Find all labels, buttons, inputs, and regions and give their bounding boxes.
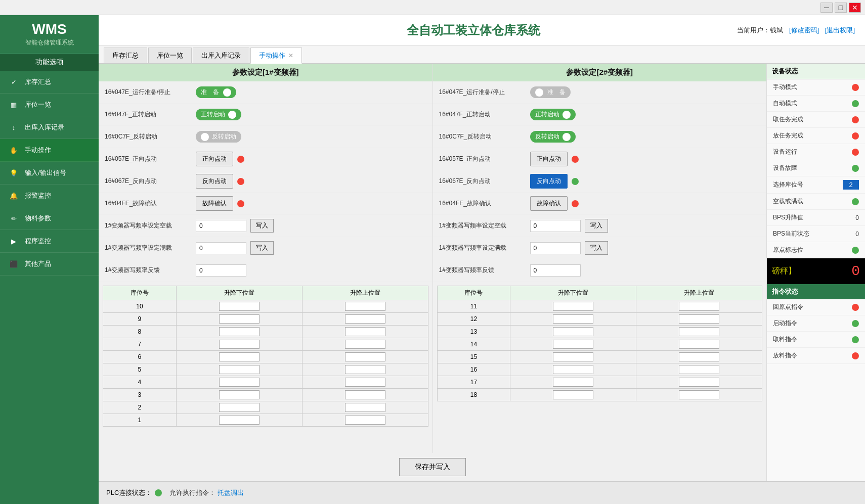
table-row: 18 xyxy=(437,389,762,401)
input-down[interactable] xyxy=(219,352,260,361)
btn-forward-jog-1[interactable]: 正向点动 xyxy=(196,152,233,166)
input-down[interactable] xyxy=(553,302,593,311)
sidebar-item-warehouse-view[interactable]: ▦ 库位一览 xyxy=(0,94,99,116)
tab-warehouse-view[interactable]: 库位一览 xyxy=(148,48,192,63)
input-up[interactable] xyxy=(345,416,385,425)
input-freq-empty-1[interactable] xyxy=(196,220,246,232)
input-up[interactable] xyxy=(679,340,719,349)
sidebar-item-inout-record[interactable]: ↕ 出库入库记录 xyxy=(0,116,99,139)
position-table-2: 库位号 升降下位置 升降上位置 11 12 xyxy=(437,286,763,401)
toggle-reverse-start-1[interactable]: 反转启动 xyxy=(196,131,241,143)
table-row: 11 xyxy=(437,300,762,313)
tab-inventory-summary[interactable]: 库存汇总 xyxy=(104,48,147,63)
input-freq-full-1[interactable] xyxy=(196,242,246,254)
input-up[interactable] xyxy=(345,352,385,361)
dot-auto-mode xyxy=(852,100,859,107)
input-down[interactable] xyxy=(219,365,260,374)
input-down[interactable] xyxy=(219,416,260,425)
input-down[interactable] xyxy=(219,314,260,324)
input-up[interactable] xyxy=(679,352,719,361)
input-down[interactable] xyxy=(219,403,260,412)
sidebar-item-manual-op[interactable]: ✋ 手动操作 xyxy=(0,139,99,162)
input-freq-feedback-2 xyxy=(530,264,581,277)
input-up[interactable] xyxy=(345,314,385,324)
sidebar-item-material-param[interactable]: ✏ 物料参数 xyxy=(0,207,99,230)
dot-task-take xyxy=(852,116,859,123)
param-control-forward-start-2: 正转启动 xyxy=(530,109,761,120)
input-down[interactable] xyxy=(553,340,593,349)
input-up[interactable] xyxy=(679,314,719,324)
input-up[interactable] xyxy=(345,302,385,311)
cmd-value-link[interactable]: 托盘调出 xyxy=(218,489,244,496)
minimize-button[interactable]: ─ xyxy=(820,3,833,13)
btn-write-freq-full-2[interactable]: 写入 xyxy=(585,241,608,255)
toggle-reverse-start-2[interactable]: 反转启动 xyxy=(530,131,576,143)
input-up[interactable] xyxy=(345,365,385,374)
btn-write-freq-full-1[interactable]: 写入 xyxy=(250,241,274,255)
input-down[interactable] xyxy=(553,390,593,399)
toggle-run-stop-2[interactable]: 准 备 xyxy=(530,86,571,98)
input-freq-empty-2[interactable] xyxy=(530,220,581,232)
toggle-run-stop-1[interactable]: 准 备 xyxy=(196,86,236,98)
status-row-manual-mode: 手动模式 xyxy=(767,79,865,96)
main-layout: WMS 智能仓储管理系统 功能选项 ✓ 库存汇总 ▦ 库位一览 ↕ 出库入库记录… xyxy=(0,15,865,504)
input-down[interactable] xyxy=(553,352,593,361)
btn-reverse-jog-2[interactable]: 反向点动 xyxy=(530,174,568,189)
input-up[interactable] xyxy=(345,403,385,412)
tab-close-icon[interactable]: ✕ xyxy=(288,52,293,59)
btn-forward-jog-2[interactable]: 正向点动 xyxy=(530,152,568,166)
param-control-run-stop-2: 准 备 xyxy=(530,86,761,98)
input-down[interactable] xyxy=(553,378,593,387)
input-down[interactable] xyxy=(553,314,593,324)
input-down[interactable] xyxy=(219,378,260,387)
status-row-bps-state: BPS当前状态 0 xyxy=(767,226,865,242)
input-down[interactable] xyxy=(219,327,260,336)
btn-fault-confirm-2[interactable]: 故障确认 xyxy=(530,196,568,211)
toggle-forward-start-1[interactable]: 正转启动 xyxy=(196,109,241,120)
input-up[interactable] xyxy=(679,327,719,336)
btn-write-freq-empty-2[interactable]: 写入 xyxy=(585,219,608,233)
input-down[interactable] xyxy=(553,365,593,374)
table-row: 3 xyxy=(103,389,428,401)
btn-write-freq-empty-1[interactable]: 写入 xyxy=(250,219,274,233)
table-row: 10 xyxy=(103,300,428,313)
maximize-button[interactable]: □ xyxy=(835,3,847,13)
input-down[interactable] xyxy=(219,302,260,311)
tab-inout-record[interactable]: 出库入库记录 xyxy=(193,48,249,63)
change-password-link[interactable]: [修改密码] xyxy=(789,26,819,34)
sidebar-item-alarm-monitor[interactable]: 🔔 报警监控 xyxy=(0,185,99,207)
params-area: 参数设定[1#变频器] 16#047E_运行准备/停止 准 备 xyxy=(99,64,766,481)
input-up[interactable] xyxy=(345,378,385,387)
toggle-forward-start-2[interactable]: 正转启动 xyxy=(530,109,576,120)
param-control-forward-start-1: 正转启动 xyxy=(196,109,426,120)
input-down[interactable] xyxy=(219,340,260,349)
close-button[interactable]: ✕ xyxy=(849,3,861,13)
input-down[interactable] xyxy=(553,327,593,336)
btn-fault-confirm-1[interactable]: 故障确认 xyxy=(196,196,233,211)
param-control-run-stop-1: 准 备 xyxy=(196,86,426,98)
position-table-2-container: 库位号 升降下位置 升降上位置 11 12 xyxy=(433,282,767,405)
label-device-fault: 设备故障 xyxy=(773,164,797,172)
input-up[interactable] xyxy=(345,327,385,336)
input-up[interactable] xyxy=(679,302,719,311)
sidebar-item-program-monitor[interactable]: ▶ 程序监控 xyxy=(0,230,99,253)
btn-reverse-jog-1[interactable]: 反向点动 xyxy=(196,174,233,189)
input-up[interactable] xyxy=(345,340,385,349)
save-button[interactable]: 保存并写入 xyxy=(399,458,466,476)
label-put-cmd: 放料指令 xyxy=(773,351,797,360)
input-freq-full-2[interactable] xyxy=(530,242,581,254)
input-down[interactable] xyxy=(219,390,260,399)
table-row: 14 xyxy=(437,338,762,351)
input-up[interactable] xyxy=(679,390,719,399)
inverter2-col: 参数设定[2#变频器] 16#047E_运行准备/停止 准 备 xyxy=(433,64,767,453)
input-up[interactable] xyxy=(679,365,719,374)
input-up[interactable] xyxy=(345,390,385,399)
logout-link[interactable]: [退出权限] xyxy=(825,26,855,34)
cell-up xyxy=(636,338,762,351)
tab-manual-op[interactable]: 手动操作 ✕ xyxy=(250,48,302,64)
sidebar-item-other-products[interactable]: ⬛ 其他产品 xyxy=(0,253,99,276)
sidebar-item-inventory-summary[interactable]: ✓ 库存汇总 xyxy=(0,71,99,94)
sidebar-item-io-signal[interactable]: 💡 输入/输出信号 xyxy=(0,162,99,185)
input-up[interactable] xyxy=(679,378,719,387)
cell-up xyxy=(302,376,428,389)
